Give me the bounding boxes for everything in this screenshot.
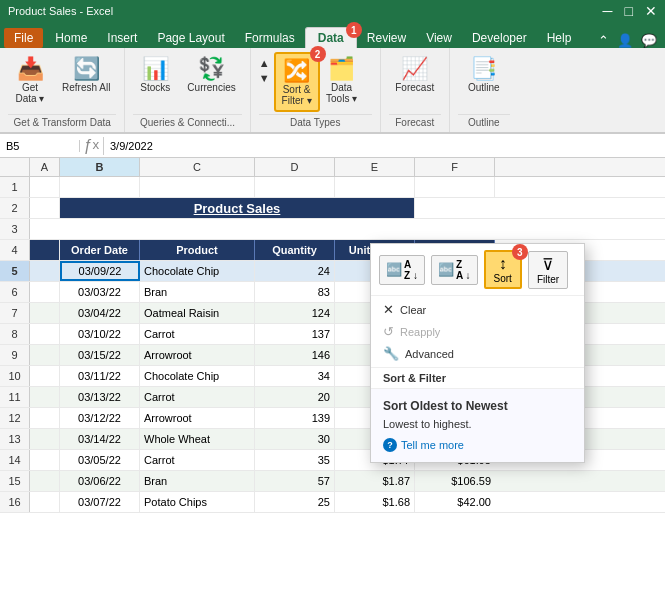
cell[interactable]	[30, 408, 60, 428]
tab-data[interactable]: Data 1	[305, 27, 357, 48]
cell[interactable]	[140, 177, 255, 197]
cell-header-product[interactable]: Product	[140, 240, 255, 260]
cell-date[interactable]: 03/10/22	[60, 324, 140, 344]
cell-quantity[interactable]: 35	[255, 450, 335, 470]
tab-file[interactable]: File	[4, 28, 43, 48]
filter-button[interactable]: ⊽ Filter	[528, 251, 568, 289]
reapply-button[interactable]: ↺ Reapply	[383, 322, 572, 341]
get-data-button[interactable]: 📥 GetData ▾	[8, 52, 52, 108]
cell-price[interactable]: $1.87	[335, 471, 415, 491]
cell-quantity[interactable]: 83	[255, 282, 335, 302]
cell-product[interactable]: Carrot	[140, 324, 255, 344]
tab-developer[interactable]: Developer	[462, 28, 537, 48]
cell-header-orderdate[interactable]: Order Date	[60, 240, 140, 260]
cell[interactable]	[30, 219, 60, 239]
cell-product[interactable]: Oatmeal Raisin	[140, 303, 255, 323]
cell-quantity[interactable]: 24	[255, 261, 335, 281]
forecast-button[interactable]: 📈 Forecast	[389, 52, 441, 97]
sort-filter-button[interactable]: 🔀 Sort &Filter ▾ 2	[274, 52, 320, 112]
cell-date[interactable]: 03/05/22	[60, 450, 140, 470]
cell-product[interactable]: Carrot	[140, 450, 255, 470]
col-header-b[interactable]: B	[60, 158, 140, 176]
sort-az-button[interactable]: 🔤 AZ ↓	[379, 255, 425, 285]
tab-page-layout[interactable]: Page Layout	[147, 28, 234, 48]
cell-product[interactable]: Potato Chips	[140, 492, 255, 512]
minimize-icon[interactable]: ─	[603, 3, 613, 19]
cell-product[interactable]: Whole Wheat	[140, 429, 255, 449]
cell-ref-box[interactable]: B5	[0, 140, 80, 152]
clear-button[interactable]: ✕ Clear	[383, 300, 572, 319]
data-tools-button[interactable]: 🗂️ DataTools ▾	[320, 52, 364, 108]
cell-product[interactable]: Arrowroot	[140, 345, 255, 365]
cell-date[interactable]: 03/14/22	[60, 429, 140, 449]
cell-date[interactable]: 03/06/22	[60, 471, 140, 491]
cell-quantity[interactable]: 137	[255, 324, 335, 344]
maximize-icon[interactable]: □	[625, 3, 633, 19]
currencies-button[interactable]: 💱 Currencies	[181, 52, 241, 97]
tab-insert[interactable]: Insert	[97, 28, 147, 48]
cell-header-quantity[interactable]: Quantity	[255, 240, 335, 260]
cell[interactable]	[30, 450, 60, 470]
cell[interactable]	[30, 198, 60, 218]
cell[interactable]	[30, 471, 60, 491]
cell-price[interactable]: $1.68	[335, 492, 415, 512]
cell-quantity[interactable]: 139	[255, 408, 335, 428]
tell-me-more-link[interactable]: ? Tell me more	[383, 438, 572, 452]
cell-quantity[interactable]: 34	[255, 366, 335, 386]
cell-quantity[interactable]: 20	[255, 387, 335, 407]
cell[interactable]	[30, 387, 60, 407]
cell-quantity[interactable]: 25	[255, 492, 335, 512]
cell[interactable]	[30, 324, 60, 344]
tab-formulas[interactable]: Formulas	[235, 28, 305, 48]
cell-date[interactable]: 03/03/22	[60, 282, 140, 302]
cell-product[interactable]: Carrot	[140, 387, 255, 407]
cell[interactable]	[30, 345, 60, 365]
cell-quantity[interactable]: 146	[255, 345, 335, 365]
advanced-button[interactable]: 🔧 Advanced	[383, 344, 572, 363]
tab-view[interactable]: View	[416, 28, 462, 48]
cell-date[interactable]: 03/04/22	[60, 303, 140, 323]
col-header-a[interactable]: A	[30, 158, 60, 176]
cell[interactable]	[30, 429, 60, 449]
cell[interactable]	[255, 177, 335, 197]
stocks-button[interactable]: 📊 Stocks	[133, 52, 177, 97]
formula-input[interactable]: 3/9/2022	[104, 140, 665, 152]
cell-quantity[interactable]: 30	[255, 429, 335, 449]
cell-date[interactable]: 03/13/22	[60, 387, 140, 407]
cell[interactable]	[30, 366, 60, 386]
cell-product[interactable]: Bran	[140, 282, 255, 302]
col-header-f[interactable]: F	[415, 158, 495, 176]
comments-icon[interactable]: 💬	[641, 33, 657, 48]
outline-button[interactable]: 📑 Outline	[458, 52, 510, 97]
cell[interactable]	[30, 177, 60, 197]
sort-down-icon[interactable]: ▼	[259, 71, 270, 86]
cell-quantity[interactable]: 57	[255, 471, 335, 491]
cell-date[interactable]: 03/12/22	[60, 408, 140, 428]
cell[interactable]	[30, 240, 60, 260]
sort-button[interactable]: ↕️ Sort 3	[484, 250, 522, 289]
cell[interactable]	[30, 303, 60, 323]
sort-za-button[interactable]: 🔤 ZA ↓	[431, 255, 478, 285]
tab-review[interactable]: Review	[357, 28, 416, 48]
close-icon[interactable]: ✕	[645, 3, 657, 19]
cell-product[interactable]: Chocolate Chip	[140, 366, 255, 386]
ribbon-minimize-icon[interactable]: ⌃	[598, 33, 609, 48]
cell-date[interactable]: 03/11/22	[60, 366, 140, 386]
cell[interactable]	[30, 492, 60, 512]
refresh-all-button[interactable]: 🔄 Refresh All	[56, 52, 116, 97]
cell[interactable]	[30, 261, 60, 281]
cell-product[interactable]: Arrowroot	[140, 408, 255, 428]
cell-quantity[interactable]: 124	[255, 303, 335, 323]
tab-home[interactable]: Home	[45, 28, 97, 48]
cell-date[interactable]: 03/15/22	[60, 345, 140, 365]
col-header-d[interactable]: D	[255, 158, 335, 176]
cell[interactable]	[335, 177, 415, 197]
col-header-e[interactable]: E	[335, 158, 415, 176]
cell-date[interactable]: 03/07/22	[60, 492, 140, 512]
cell[interactable]	[30, 282, 60, 302]
cell[interactable]	[415, 177, 495, 197]
cell-total[interactable]: $106.59	[415, 471, 495, 491]
col-header-c[interactable]: C	[140, 158, 255, 176]
cell-title[interactable]: Product Sales	[60, 198, 415, 218]
cell[interactable]	[60, 177, 140, 197]
